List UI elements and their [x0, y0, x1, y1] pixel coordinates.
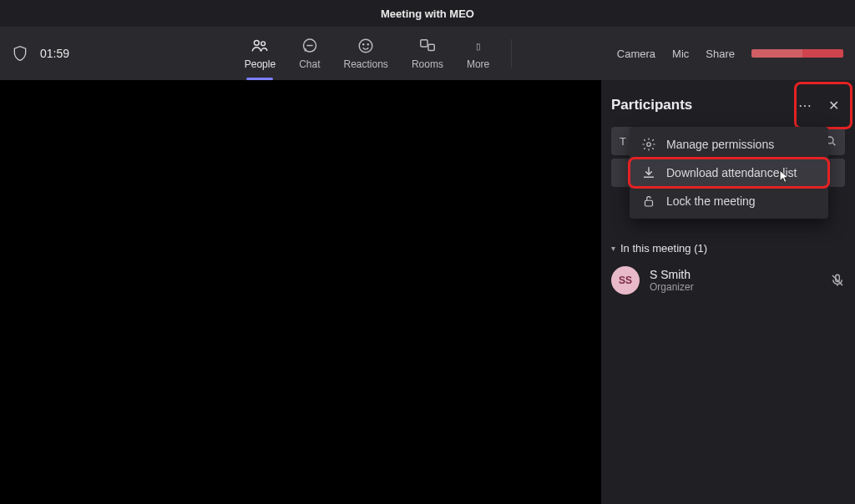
meeting-timer: 01:59 [40, 47, 69, 60]
panel-more-button[interactable]: ⋯ [793, 93, 817, 117]
camera-control[interactable]: Camera [617, 48, 655, 60]
participants-title: Participants [611, 97, 692, 113]
close-icon: ✕ [828, 98, 839, 113]
svg-point-9 [647, 143, 651, 147]
chevron-down-icon: ▾ [611, 244, 615, 253]
chat-icon [301, 37, 319, 55]
svg-rect-6 [421, 40, 428, 47]
more-label: More [467, 58, 489, 70]
in-meeting-section-toggle[interactable]: ▾ In this meeting (1) [611, 242, 845, 255]
reactions-icon [357, 37, 375, 55]
reactions-label: Reactions [344, 58, 388, 70]
more-tab[interactable]: ▯ More [455, 33, 501, 73]
separator [511, 39, 512, 68]
window-titlebar: Meeting with MEO [0, 0, 855, 27]
svg-point-0 [255, 40, 260, 45]
mic-muted-icon[interactable] [830, 273, 845, 288]
share-control[interactable]: Share [706, 48, 735, 60]
participants-panel: Participants ⋯ ✕ T [601, 80, 855, 504]
svg-point-1 [261, 42, 266, 46]
svg-point-4 [363, 44, 364, 45]
menu-lock-label: Lock the meeting [666, 194, 756, 208]
video-stage [0, 80, 601, 504]
menu-manage-label: Manage permissions [666, 138, 774, 151]
invite-input-text: T [620, 135, 626, 148]
rooms-label: Rooms [412, 58, 443, 70]
people-tab[interactable]: People [233, 33, 287, 73]
participant-row[interactable]: SS S Smith Organizer [611, 266, 845, 295]
ellipsis-icon: ⋯ [798, 98, 812, 113]
participant-role: Organizer [650, 281, 694, 293]
lock-open-icon [641, 194, 656, 209]
svg-rect-10 [645, 200, 653, 206]
rooms-icon [418, 37, 437, 55]
avatar: SS [611, 266, 640, 295]
leave-button[interactable] [751, 49, 843, 58]
more-icon: ▯ [469, 37, 488, 55]
svg-point-3 [359, 39, 372, 53]
people-icon [250, 37, 269, 55]
gear-icon [641, 137, 656, 152]
participants-more-menu: Manage permissions Download attendance l… [630, 127, 828, 219]
avatar-initials: SS [619, 275, 632, 286]
shield-icon [12, 43, 28, 63]
menu-download-label: Download attendance list [666, 166, 797, 179]
participant-name: S Smith [650, 268, 694, 281]
rooms-tab[interactable]: Rooms [400, 33, 455, 73]
meeting-toolbar: 01:59 People Chat Reactions Rooms [0, 27, 855, 80]
menu-download-attendance[interactable]: Download attendance list [630, 159, 828, 187]
mic-control[interactable]: Mic [672, 48, 689, 60]
people-label: People [245, 58, 276, 70]
svg-point-5 [367, 44, 368, 45]
svg-rect-7 [428, 44, 434, 50]
chat-label: Chat [299, 58, 320, 70]
download-icon [641, 165, 656, 180]
in-meeting-label: In this meeting (1) [620, 242, 707, 255]
reactions-tab[interactable]: Reactions [332, 33, 400, 73]
chat-tab[interactable]: Chat [287, 33, 331, 73]
menu-lock-meeting[interactable]: Lock the meeting [630, 187, 828, 215]
meeting-title: Meeting with MEO [381, 8, 474, 20]
menu-manage-permissions[interactable]: Manage permissions [630, 130, 828, 159]
panel-close-button[interactable]: ✕ [822, 93, 845, 117]
